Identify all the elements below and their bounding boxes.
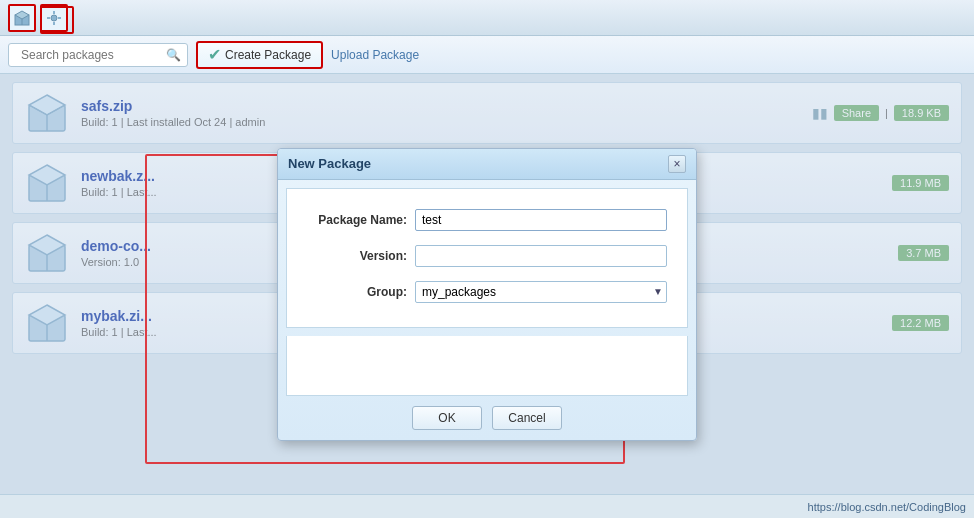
svg-point-3 — [51, 15, 57, 21]
status-bar: https://blog.csdn.net/CodingBlog — [0, 494, 974, 518]
group-select-container: my_packages default shared ▼ — [415, 281, 667, 303]
modal-footer: OK Cancel — [278, 396, 696, 440]
package-toolbar-btn[interactable] — [8, 4, 36, 32]
main-content: safs.zip Build: 1 | Last installed Oct 2… — [0, 74, 974, 494]
package-name-input[interactable] — [415, 209, 667, 231]
modal-header: New Package × — [278, 149, 696, 180]
version-row: Version: — [307, 245, 667, 267]
create-package-label: Create Package — [225, 48, 311, 62]
svg-rect-7 — [58, 17, 61, 19]
settings-icon — [45, 9, 63, 27]
svg-rect-4 — [53, 11, 55, 14]
modal-title: New Package — [288, 156, 371, 171]
ok-button[interactable]: OK — [412, 406, 482, 430]
toolbar — [0, 0, 974, 36]
group-label: Group: — [307, 285, 407, 299]
svg-rect-6 — [47, 17, 50, 19]
create-package-button[interactable]: ✔ Create Package — [196, 41, 323, 69]
action-bar: 🔍 ✔ Create Package Upload Package — [0, 36, 974, 74]
modal-backdrop: New Package × Package Name: Version: Gro… — [0, 74, 974, 494]
package-name-label: Package Name: — [307, 213, 407, 227]
plus-icon: ✔ — [208, 47, 221, 63]
package-icon — [13, 9, 31, 27]
modal-body: Package Name: Version: Group: my_package… — [286, 188, 688, 328]
modal-close-button[interactable]: × — [668, 155, 686, 173]
modal-spacer — [286, 336, 688, 396]
settings-toolbar-btn[interactable] — [40, 4, 68, 32]
search-container: 🔍 — [8, 43, 188, 67]
upload-package-button[interactable]: Upload Package — [331, 48, 419, 62]
version-input[interactable] — [415, 245, 667, 267]
group-select[interactable]: my_packages default shared — [415, 281, 667, 303]
status-url: https://blog.csdn.net/CodingBlog — [808, 501, 966, 513]
search-input[interactable] — [15, 46, 166, 64]
version-label: Version: — [307, 249, 407, 263]
group-row: Group: my_packages default shared ▼ — [307, 281, 667, 303]
package-name-row: Package Name: — [307, 209, 667, 231]
new-package-modal: New Package × Package Name: Version: Gro… — [277, 148, 697, 441]
svg-rect-5 — [53, 22, 55, 25]
cancel-button[interactable]: Cancel — [492, 406, 562, 430]
search-icon: 🔍 — [166, 48, 181, 62]
